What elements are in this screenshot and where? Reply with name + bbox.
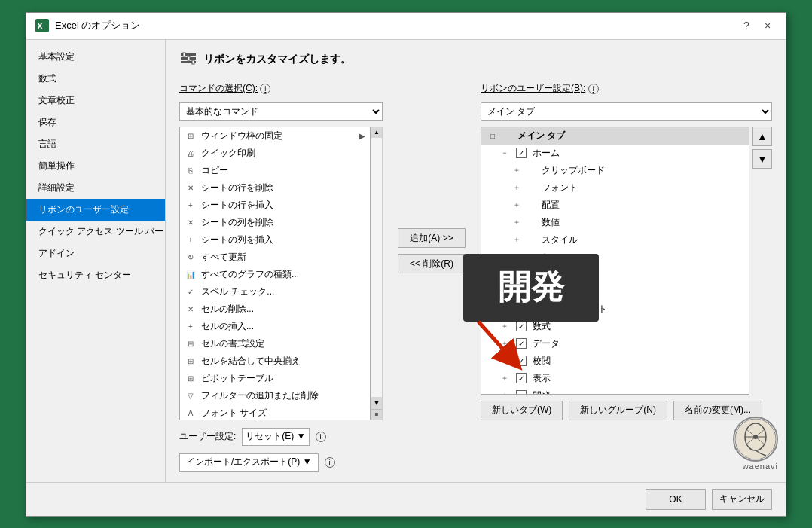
list-item[interactable]: +シートの行を挿入 [180, 197, 370, 214]
watermark: waenavi [733, 417, 778, 471]
tree-item[interactable]: ＋クリップボード [481, 162, 749, 179]
new-group-button[interactable]: 新しいグループ(N) [569, 401, 667, 420]
tree-item[interactable]: ＋表示 [481, 370, 749, 387]
left-panel: コマンドの選択(C): i 基本的なコマンド ⊞ウィンドウ枠の固定▶🖨クイック印… [179, 82, 383, 420]
sidebar-item-save[interactable]: 保存 [26, 111, 165, 133]
tree-expand-icon: ＋ [511, 182, 522, 193]
sidebar: 基本設定数式文章校正保存言語簡単操作詳細設定リボンのユーザー設定クイック アクセ… [26, 40, 166, 482]
list-item[interactable]: ✕シートの列を削除 [180, 214, 370, 231]
list-item-label: セルの挿入... [201, 320, 254, 333]
tree-item[interactable]: ＋フォント [481, 179, 749, 197]
user-settings-row: ユーザー設定: リセット(E) ▼ i [179, 428, 772, 446]
list-item[interactable]: ↻すべて更新 [180, 249, 370, 266]
sidebar-item-language[interactable]: 言語 [26, 133, 165, 155]
list-item[interactable]: ⊞セルを結合して中央揃え [180, 353, 370, 370]
dialog-body: 基本設定数式文章校正保存言語簡単操作詳細設定リボンのユーザー設定クイック アクセ… [26, 40, 786, 482]
list-item[interactable]: +シートの列を挿入 [180, 231, 370, 249]
left-scrollbar[interactable]: ▲ ▼ ≡ [371, 127, 383, 420]
tree-item[interactable]: ＋配置 [481, 197, 749, 214]
sidebar-item-security[interactable]: セキュリティ センター [26, 264, 165, 286]
list-item[interactable]: Aフォント サイズ [180, 404, 370, 420]
list-item-icon: + [185, 199, 197, 211]
sidebar-item-advanced[interactable]: 詳細設定 [26, 177, 165, 199]
list-item[interactable]: 🖨クイック印刷 [180, 145, 370, 162]
list-item-label: すべて更新 [201, 251, 246, 264]
list-item[interactable]: ✕セルの削除... [180, 301, 370, 318]
list-item[interactable]: 📊すべてのグラフの種類... [180, 266, 370, 283]
customize-icon [179, 50, 197, 69]
list-item-label: シートの列を挿入 [201, 233, 273, 246]
tree-expand-icon: ＋ [499, 356, 510, 366]
sidebar-item-formula[interactable]: 数式 [26, 68, 165, 90]
middle-buttons: 追加(A) >> << 削除(R) [395, 82, 469, 420]
list-item[interactable]: ⊟セルの書式設定 [180, 335, 370, 353]
tree-expand-icon: － [499, 148, 510, 158]
svg-text:X: X [37, 21, 43, 32]
right-info-icon[interactable]: i [588, 84, 599, 94]
import-export-button[interactable]: インポート/エクスポート(P) ▼ [179, 453, 319, 472]
tree-item[interactable]: □メイン タブ [481, 127, 749, 145]
list-item[interactable]: ⊞ピボットテーブル [180, 370, 370, 387]
list-item[interactable]: ▽フィルターの追加または削除 [180, 387, 370, 404]
scroll-extra-btn[interactable]: ≡ [371, 409, 382, 420]
two-panel: コマンドの選択(C): i 基本的なコマンド ⊞ウィンドウ枠の固定▶🖨クイック印… [179, 82, 772, 420]
list-item-icon: ↻ [185, 251, 197, 263]
sidebar-item-basic[interactable]: 基本設定 [26, 46, 165, 68]
tree-checkbox[interactable] [516, 148, 527, 158]
new-tab-button[interactable]: 新しいタブ(W) [481, 401, 563, 420]
scroll-down-arrow[interactable]: ▼ [371, 397, 382, 409]
tree-item[interactable]: ＋データ [481, 335, 749, 353]
right-bottom-buttons: 新しいタブ(W) 新しいグループ(N) 名前の変更(M)... [481, 401, 772, 420]
tree-checkbox[interactable] [516, 373, 527, 383]
sidebar-item-ribbon[interactable]: リボンのユーザー設定 [26, 199, 165, 221]
import-info-icon[interactable]: i [325, 457, 335, 468]
scroll-track [371, 138, 382, 397]
sidebar-item-quickaccess[interactable]: クイック アクセス ツール バー [26, 221, 165, 243]
tree-checkbox[interactable] [516, 356, 527, 366]
scroll-up-arrow[interactable]: ▲ [371, 127, 382, 138]
tree-checkbox[interactable] [516, 390, 527, 395]
sidebar-item-ease[interactable]: 簡単操作 [26, 155, 165, 177]
tree-item-label: スタイル [542, 233, 578, 246]
tree-item[interactable]: ＋数値 [481, 214, 749, 231]
close-button[interactable]: × [759, 17, 777, 35]
list-item-label: フィルターの追加または削除 [201, 389, 319, 402]
list-item[interactable]: ⎘コピー [180, 162, 370, 179]
up-button[interactable]: ▲ [752, 127, 772, 146]
tree-item[interactable]: ＋スタイル [481, 231, 749, 249]
tree-item[interactable]: ＋校閲 [481, 353, 749, 370]
list-item[interactable]: ⊞ウィンドウ枠の固定▶ [180, 127, 370, 145]
cancel-button[interactable]: キャンセル [712, 489, 772, 510]
user-settings-label: ユーザー設定: [179, 430, 236, 443]
tree-item[interactable]: ＋開発 [481, 387, 749, 395]
list-item[interactable]: ✕シートの行を削除 [180, 179, 370, 197]
right-panel-label: リボンのユーザー設定(B): i [481, 82, 772, 95]
reset-button[interactable]: リセット(E) ▼ [242, 428, 309, 446]
list-item[interactable]: +セルの挿入... [180, 318, 370, 335]
svg-rect-7 [192, 60, 194, 64]
tree-item-label: 数式 [533, 320, 551, 333]
help-button[interactable]: ? [737, 17, 756, 35]
list-item-label: セルの書式設定 [201, 337, 264, 350]
add-button[interactable]: 追加(A) >> [398, 228, 466, 248]
sidebar-item-spelling[interactable]: 文章校正 [26, 90, 165, 111]
tree-expand-icon: ＋ [511, 200, 522, 210]
list-item[interactable]: ✓スペル チェック... [180, 283, 370, 301]
right-dropdown[interactable]: メイン タブ [481, 102, 772, 121]
tree-item[interactable]: －ホーム [481, 145, 749, 162]
tree-checkbox[interactable] [516, 321, 527, 331]
sidebar-item-addin[interactable]: アドイン [26, 243, 165, 264]
ok-button[interactable]: OK [646, 489, 706, 510]
tree-checkbox[interactable] [516, 338, 527, 349]
left-info-icon[interactable]: i [260, 84, 270, 94]
dialog-title: Excel のオプション [55, 19, 140, 32]
title-bar-buttons: ? × [737, 17, 777, 35]
list-item-icon: ⊞ [185, 372, 197, 384]
down-button[interactable]: ▼ [752, 149, 772, 169]
left-dropdown[interactable]: 基本的なコマンド [179, 102, 383, 121]
list-item-label: シートの列を削除 [201, 216, 273, 229]
list-item-label: シートの行を挿入 [201, 199, 273, 212]
tree-expand-icon: □ [487, 132, 498, 140]
reset-info-icon[interactable]: i [316, 432, 326, 442]
remove-button[interactable]: << 削除(R) [398, 254, 466, 273]
